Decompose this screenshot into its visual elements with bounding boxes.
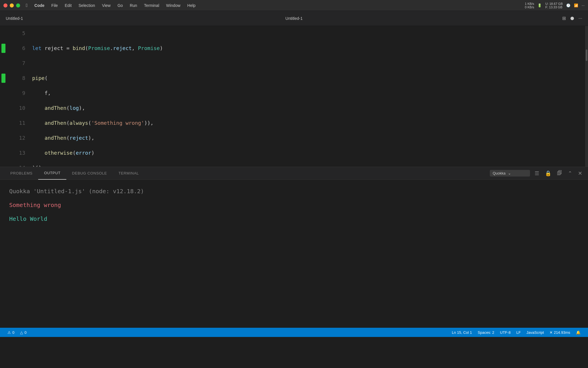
gutter-line-7 xyxy=(0,56,7,71)
code-content[interactable]: let reject = bind(Promise.reject, Promis… xyxy=(30,26,585,167)
status-position[interactable]: Ln 15, Col 1 xyxy=(449,328,475,337)
output-hello-world: Hello World xyxy=(9,214,579,223)
status-dot xyxy=(570,17,574,20)
code-line-11: andThen(always('Something wrong')), xyxy=(32,116,585,131)
error-icon: ⚠ xyxy=(7,330,11,335)
editor-scrollbar[interactable] xyxy=(585,26,588,167)
code-line-6: let reject = bind(Promise.reject, Promis… xyxy=(32,41,585,56)
scrollbar-thumb[interactable] xyxy=(586,49,587,61)
more-actions-icon[interactable]: ··· xyxy=(579,16,582,21)
more-icon[interactable]: ··· xyxy=(582,3,585,7)
panel-controls: Quokka ⌄ ☰ 🔒 🗐 ⌃ ✕ xyxy=(490,169,583,178)
menu-edit[interactable]: Edit xyxy=(61,2,75,9)
code-line-7 xyxy=(32,56,585,71)
tab-problems[interactable]: PROBLEMS xyxy=(5,167,38,180)
code-line-13: otherwise(error) xyxy=(32,145,585,160)
language-text: JavaScript xyxy=(527,330,544,335)
dropdown-label: Quokka xyxy=(493,171,506,175)
close-panel-icon[interactable]: ✕ xyxy=(577,169,583,178)
status-spaces[interactable]: Spaces: 2 xyxy=(475,328,497,337)
line-num-7: 7 xyxy=(11,56,25,71)
chevron-down-icon: ⌄ xyxy=(508,171,511,175)
menu-bar:  Code File Edit Selection View Go Run T… xyxy=(0,0,588,11)
status-errors[interactable]: ⚠ 0 xyxy=(5,328,17,337)
bell-icon: 🔔 xyxy=(576,330,581,335)
tab-terminal[interactable]: TERMINAL xyxy=(113,167,145,180)
gutter-line-5 xyxy=(0,26,7,41)
gutter-line-11 xyxy=(0,116,7,131)
menu-file[interactable]: File xyxy=(48,2,61,9)
line-num-14: 14 xyxy=(11,160,25,167)
line-num-13: 13 xyxy=(11,145,25,160)
run-indicator-6 xyxy=(1,44,5,53)
status-eol[interactable]: LF xyxy=(513,328,523,337)
encoding-text: UTF-8 xyxy=(500,330,511,335)
clear-output-icon[interactable]: ☰ xyxy=(533,169,540,178)
gutter-line-9 xyxy=(0,86,7,101)
status-encoding[interactable]: UTF-8 xyxy=(497,328,514,337)
warning-count: 0 xyxy=(24,330,26,335)
collapse-panel-icon[interactable]: ⌃ xyxy=(567,169,573,178)
code-line-8: pipe( xyxy=(32,71,585,86)
output-source-dropdown[interactable]: Quokka ⌄ xyxy=(490,170,530,177)
editor-area: 5 6 7 8 9 10 11 12 13 14 let reject = bi… xyxy=(0,26,588,167)
apple-logo-icon[interactable]:  xyxy=(26,3,28,8)
network-info: 1 KB/s0 KB/s xyxy=(525,2,534,9)
copy-icon[interactable]: 🗐 xyxy=(556,169,563,177)
wifi-icon: 📶 xyxy=(574,3,578,7)
tab-output[interactable]: OUTPUT xyxy=(38,167,66,180)
maximize-button[interactable] xyxy=(16,3,20,7)
status-warnings[interactable]: △ 0 xyxy=(17,328,29,337)
code-line-10: andThen(log), xyxy=(32,101,585,116)
menu-code[interactable]: Code xyxy=(31,2,48,9)
menu-go[interactable]: Go xyxy=(114,2,126,9)
status-language[interactable]: JavaScript xyxy=(524,328,547,337)
close-button[interactable] xyxy=(3,3,7,7)
eol-text: LF xyxy=(516,330,521,335)
status-timing[interactable]: ✕ 214.93ms xyxy=(547,328,573,337)
gutter-line-10 xyxy=(0,101,7,116)
line-num-10: 10 xyxy=(11,101,25,116)
panel-output: Quokka 'Untitled-1.js' (node: v12.18.2) … xyxy=(0,180,588,328)
gutter-line-8 xyxy=(0,71,7,86)
line-num-6: 6 xyxy=(11,41,25,56)
code-line-14: )() xyxy=(32,160,585,167)
code-line-9: f, xyxy=(32,86,585,101)
menu-window[interactable]: Window xyxy=(163,2,184,9)
warning-icon: △ xyxy=(20,330,23,335)
lock-icon[interactable]: 🔒 xyxy=(544,169,552,178)
line-numbers: 5 6 7 8 9 10 11 12 13 14 xyxy=(7,26,30,167)
menu-run[interactable]: Run xyxy=(126,2,141,9)
output-quokka-header: Quokka 'Untitled-1.js' (node: v12.18.2) xyxy=(9,187,579,196)
split-editor-icon[interactable]: ⊞ xyxy=(562,16,566,21)
menu-terminal[interactable]: Terminal xyxy=(141,2,163,9)
status-notifications[interactable]: 🔔 xyxy=(573,328,583,337)
code-line-12: andThen(reject), xyxy=(32,131,585,145)
title-actions: ⊞ ··· xyxy=(562,16,582,21)
tab-area: Untitled-1 xyxy=(6,16,23,21)
gutter-indicators xyxy=(0,26,7,167)
position-text: Ln 15, Col 1 xyxy=(452,330,472,335)
gutter-line-12 xyxy=(0,131,7,145)
menu-view[interactable]: View xyxy=(98,2,114,9)
panel-tabs: PROBLEMS OUTPUT DEBUG CONSOLE TERMINAL Q… xyxy=(0,167,588,180)
gutter-line-13 xyxy=(0,145,7,160)
line-num-11: 11 xyxy=(11,116,25,131)
error-count: 0 xyxy=(12,330,14,335)
tab-filename[interactable]: Untitled-1 xyxy=(6,16,23,21)
tab-debug-console[interactable]: DEBUG CONSOLE xyxy=(66,167,113,180)
menu-selection[interactable]: Selection xyxy=(75,2,99,9)
title-bar: Untitled-1 Untitled-1 ⊞ ··· xyxy=(0,11,588,26)
line-num-12: 12 xyxy=(11,131,25,145)
minimize-button[interactable] xyxy=(10,3,14,7)
menu-items: Code File Edit Selection View Go Run Ter… xyxy=(31,2,525,9)
status-bar: ⚠ 0 △ 0 Ln 15, Col 1 Spaces: 2 UTF-8 LF … xyxy=(0,328,588,337)
line-num-8: 8 xyxy=(11,71,25,86)
gutter-line-6 xyxy=(0,41,7,56)
spaces-text: Spaces: 2 xyxy=(478,330,494,335)
menu-help[interactable]: Help xyxy=(184,2,199,9)
panel: PROBLEMS OUTPUT DEBUG CONSOLE TERMINAL Q… xyxy=(0,167,588,328)
timing-text: ✕ 214.93ms xyxy=(550,330,570,335)
run-indicator-8 xyxy=(1,74,5,83)
code-line-5 xyxy=(32,26,585,41)
